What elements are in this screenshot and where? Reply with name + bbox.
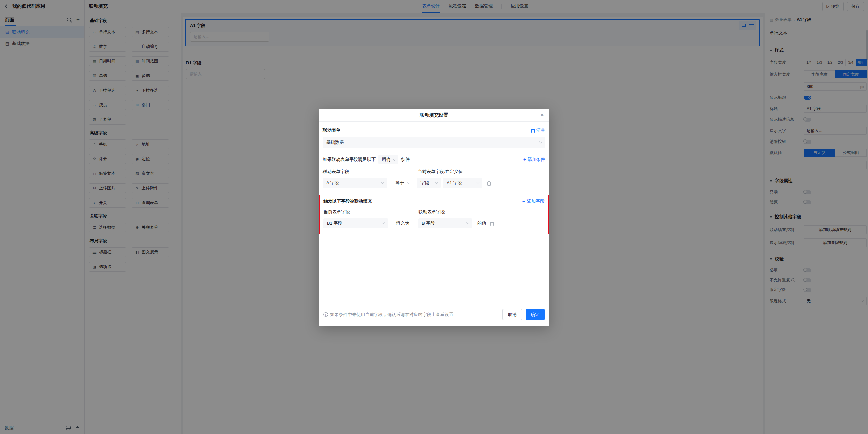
chevron-down-icon — [435, 181, 438, 184]
chevron-down-icon — [393, 157, 396, 160]
chevron-down-icon — [477, 181, 479, 184]
close-icon[interactable]: × — [540, 109, 544, 122]
clear-link[interactable]: 清空 — [531, 127, 545, 133]
value-type-select[interactable]: 字段 — [417, 178, 441, 188]
plus-icon: + — [522, 199, 525, 204]
fill-col-linked-field: 联动表单字段 — [418, 209, 445, 215]
fill-section-title: 触发以下字段被联动填充 — [323, 198, 372, 204]
linked-form-label: 联动表单 — [323, 127, 340, 133]
condition-prefix: 如果联动表单字段满足以下 — [323, 156, 376, 163]
footer-hint: ! 如果条件中未使用当前字段，确认后请在对应的字段上查看设置 — [323, 312, 453, 318]
chevron-down-icon — [466, 221, 469, 224]
confirm-button[interactable]: 确定 — [526, 309, 545, 320]
fill-source-select[interactable]: B 字段 — [418, 218, 472, 228]
condition-suffix: 条件 — [401, 156, 410, 163]
cond-col-current-field: 当前表单字段/自定义值 — [418, 169, 463, 175]
fill-col-current-field: 当前表单字段 — [323, 209, 418, 215]
value-of-label: 的值 — [477, 220, 486, 226]
cond-field-select[interactable]: A 字段 — [323, 178, 387, 188]
add-condition-link[interactable]: + 添加条件 — [523, 156, 545, 163]
annotation-highlight: 触发以下字段被联动填充 + 添加字段 当前表单字段 联动表单字段 B1 字段 填… — [319, 195, 549, 234]
match-mode-select[interactable]: 所有 — [378, 155, 398, 164]
cond-value-select[interactable]: A1 字段 — [443, 178, 482, 188]
operator-select[interactable]: 等于 — [395, 180, 410, 186]
chevron-down-icon — [407, 181, 410, 184]
chevron-down-icon — [382, 221, 385, 224]
plus-icon: + — [523, 157, 526, 162]
cancel-button[interactable]: 取消 — [502, 309, 522, 320]
trash-icon — [531, 129, 535, 133]
cond-col-linked-field: 联动表单字段 — [323, 169, 418, 175]
fill-as-label: 填充为 — [396, 220, 409, 226]
fill-target-select[interactable]: B1 字段 — [323, 218, 388, 228]
chevron-down-icon — [381, 181, 384, 184]
delete-condition-icon[interactable] — [487, 181, 491, 186]
linkage-fill-settings-dialog: 联动填充设置 × 联动表单 清空 基础数据 如果联动表单字段满足以下 所有 条件… — [319, 109, 549, 326]
delete-fill-row-icon[interactable] — [490, 222, 494, 226]
chevron-down-icon — [539, 140, 542, 143]
info-icon: ! — [323, 312, 328, 317]
linked-form-select[interactable]: 基础数据 — [323, 137, 545, 148]
add-field-link[interactable]: + 添加字段 — [522, 198, 545, 204]
dialog-title: 联动填充设置 — [319, 109, 549, 122]
